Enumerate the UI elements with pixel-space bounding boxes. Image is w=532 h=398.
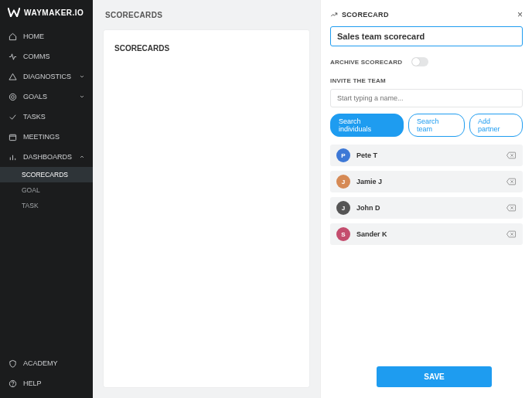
nav-label: HELP <box>23 379 85 387</box>
nav-label: COMMS <box>23 53 85 60</box>
nav-diagnostics[interactable]: DIAGNOSTICS <box>0 66 93 87</box>
nav-label: TASKS <box>23 113 85 121</box>
chevron-down-icon <box>79 73 85 80</box>
nav-label: ACADEMY <box>23 359 85 367</box>
sidebar: WAYMAKER.IO HOME COMMS DIAGNOSTICS GOALS… <box>0 0 93 398</box>
nav-home[interactable]: HOME <box>0 26 93 46</box>
shield-icon <box>8 359 17 368</box>
nav-sub-scorecards[interactable]: SCORECARDS <box>0 167 93 182</box>
nav-label: HOME <box>23 32 85 40</box>
svg-point-0 <box>9 94 15 100</box>
calendar-icon <box>8 132 17 141</box>
invite-search-input[interactable] <box>330 89 523 107</box>
member-row: J John D <box>330 197 523 219</box>
nav-tasks[interactable]: TASKS <box>0 107 93 127</box>
member-name: Pete T <box>356 151 500 159</box>
close-icon[interactable]: × <box>517 9 523 20</box>
scorecard-icon <box>330 11 338 19</box>
scorecards-card: SCORECARDS <box>104 30 309 387</box>
target-icon <box>8 92 17 101</box>
card-title: SCORECARDS <box>114 44 169 53</box>
avatar: P <box>336 148 350 162</box>
pulse-icon <box>8 52 17 61</box>
member-list: P Pete T J Jamie J J John D S Sander K <box>330 145 523 245</box>
home-icon <box>8 32 17 41</box>
nav-dashboards[interactable]: DASHBOARDS <box>0 147 93 167</box>
nav-comms[interactable]: COMMS <box>0 46 93 66</box>
nav-help[interactable]: HELP <box>0 373 93 393</box>
nav-sub-task[interactable]: TASK <box>0 198 93 213</box>
member-row: P Pete T <box>330 145 523 166</box>
chevron-up-icon <box>79 154 85 160</box>
member-name: Sander K <box>356 230 500 238</box>
nav-meetings[interactable]: MEETINGS <box>0 127 93 147</box>
scorecard-name-input[interactable] <box>330 26 523 46</box>
nav-academy[interactable]: ACADEMY <box>0 353 93 373</box>
main: SCORECARDS SCORECARDS <box>93 0 320 398</box>
warning-icon <box>8 72 17 81</box>
archive-toggle[interactable] <box>411 57 428 66</box>
archive-label: ARCHIVE SCORECARD <box>330 59 402 66</box>
member-row: S Sander K <box>330 223 523 245</box>
nav-label: MEETINGS <box>23 133 85 141</box>
help-icon <box>8 379 17 388</box>
avatar: S <box>336 227 350 241</box>
member-name: John D <box>356 204 500 212</box>
nav-label: GOALS <box>23 93 73 100</box>
bars-icon <box>8 152 17 162</box>
search-pills: Search individuals Search team Add partn… <box>330 114 523 137</box>
avatar: J <box>336 201 350 215</box>
nav-label: DIAGNOSTICS <box>23 73 73 80</box>
check-icon <box>8 112 17 121</box>
brand-logo-icon <box>8 8 20 17</box>
member-name: Jamie J <box>356 178 500 185</box>
avatar: J <box>336 175 350 189</box>
scorecard-panel: SCORECARD × ARCHIVE SCORECARD INVITE THE… <box>320 0 532 398</box>
remove-member-icon[interactable] <box>506 230 517 238</box>
member-row: J Jamie J <box>330 171 523 192</box>
pill-add-partner[interactable]: Add partner <box>469 114 523 137</box>
chevron-down-icon <box>79 94 85 100</box>
remove-member-icon[interactable] <box>506 151 517 159</box>
panel-header: SCORECARD × <box>330 9 523 20</box>
brand: WAYMAKER.IO <box>0 0 93 26</box>
pill-search-individuals[interactable]: Search individuals <box>330 114 404 137</box>
nav-list: HOME COMMS DIAGNOSTICS GOALS TASKS MEETI… <box>0 26 93 213</box>
pill-search-team[interactable]: Search team <box>408 114 465 137</box>
remove-member-icon[interactable] <box>506 204 517 212</box>
nav-label: DASHBOARDS <box>23 153 73 161</box>
brand-text: WAYMAKER.IO <box>24 9 84 17</box>
nav-sub-goal[interactable]: GOAL <box>0 182 93 198</box>
panel-title: SCORECARD <box>342 11 389 19</box>
save-button[interactable]: SAVE <box>377 366 492 387</box>
page-title: SCORECARDS <box>93 0 320 30</box>
svg-point-1 <box>11 95 14 98</box>
nav-goals[interactable]: GOALS <box>0 87 93 107</box>
svg-rect-2 <box>9 134 15 140</box>
remove-member-icon[interactable] <box>506 178 517 185</box>
invite-label: INVITE THE TEAM <box>330 77 523 84</box>
